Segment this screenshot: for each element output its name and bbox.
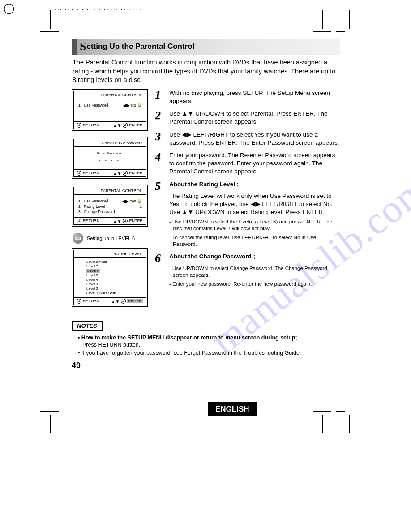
osd-screen-4: RATING LEVEL Level 8 Adult Level 7 Level…: [72, 248, 148, 307]
note-2: • If you have forgotten your password, s…: [78, 349, 340, 356]
osd4-level: Level 3: [86, 282, 146, 287]
lr-arrow-icon: ◀▶: [122, 198, 129, 204]
page-content: S etting Up the Parental Control The Par…: [72, 39, 340, 370]
osd3-r1v: Yes: [130, 199, 136, 203]
osd3-r2n: 2: [78, 204, 84, 209]
step-1: 1 With no disc playing, press SETUP. The…: [155, 89, 340, 105]
crop-mark-bottom-left: [40, 411, 63, 433]
ud-arrow-icon: ▲▼: [113, 219, 122, 224]
osd4-foot-return: RETURN: [83, 299, 100, 303]
osd4-level-selected: Level 6: [86, 269, 100, 273]
ud-arrow-icon: ▲▼: [113, 123, 122, 128]
osd-screen-2: CREATE PASSWORD Enter Password - - - - ↺…: [72, 137, 148, 179]
return-icon: ↺: [77, 171, 81, 176]
osd2-center-label: Enter Password: [74, 147, 146, 158]
osd4-level: Level 4: [86, 278, 146, 282]
osd1-title: PARENTAL CONTROL: [74, 91, 146, 99]
step-6: 6 About the Change Password ; - Use UP/D…: [155, 253, 340, 288]
eg-badge: e.g: [73, 233, 83, 244]
osd3-r2v: 1: [140, 204, 142, 209]
step-2: 2 Use ▲▼ UP/DOWN to select Parental. Pre…: [155, 110, 340, 126]
enter-icon: ↲: [121, 299, 126, 304]
osd-screen-1: PARENTAL CONTROL 1 Use Password ◀▶ No 🔒 …: [72, 89, 148, 131]
osd3-r1l: Use Password: [84, 199, 122, 203]
step-number: 1: [155, 89, 165, 105]
step-number: 6: [155, 253, 165, 288]
osd3-r2l: Rating Level: [84, 204, 140, 209]
step-6-sub2: - Enter your new password. Re-enter the …: [169, 281, 340, 288]
step-5-heading: About the Rating Level ;: [169, 180, 340, 189]
osd2-foot-enter: ENTER: [129, 171, 143, 175]
enter-icon: ↲: [123, 123, 128, 128]
step-5-sub1: - Use UP/DOWN to select the level(e.g.Le…: [169, 219, 340, 232]
crop-mark-top-right-a: [313, 10, 335, 32]
enter-icon: ↲: [123, 171, 128, 176]
note-1-lead: • How to make the SETUP MENU disappear o…: [78, 335, 297, 341]
osd-screen-3: PARENTAL CONTROL 1Use Password◀▶ Yes 🔒 2…: [72, 185, 148, 227]
osd2-foot-return: RETURN: [83, 171, 100, 175]
eg-text: Setting up in LEVEL 6: [87, 236, 135, 241]
osd1-foot-return: RETURN: [83, 123, 100, 127]
note-1: • How to make the SETUP MENU disappear o…: [78, 334, 340, 349]
step-5-sub2: - To cancel the rating level, use LEFT/R…: [169, 234, 340, 248]
step-number: 5: [155, 180, 165, 248]
step-6-sub1: - Use UP/DOWN to select Change Password.…: [169, 265, 340, 279]
lr-arrow-icon: ◀▶: [123, 103, 130, 108]
step-1-text: With no disc playing, press SETUP. The S…: [169, 89, 340, 105]
ud-arrow-icon: ▲▼: [113, 171, 122, 176]
return-icon: ↺: [77, 219, 81, 223]
osd4-level: Level 8 Adult: [86, 260, 146, 264]
notes-label: NOTES: [72, 321, 103, 331]
crop-mark-top-right-b: [339, 10, 362, 32]
ud-arrow-icon: ▲▼: [111, 299, 120, 304]
osd3-title: PARENTAL CONTROL: [74, 187, 146, 195]
osd1-foot-enter: ENTER: [129, 123, 143, 127]
intro-paragraph: The Parental Control function works in c…: [73, 58, 339, 85]
osd2-title: CREATE PASSWORD: [74, 139, 146, 147]
osd4-level: Level 1 Kids Safe: [86, 291, 116, 295]
crop-mark-bottom-right-a: [313, 411, 335, 433]
language-badge: ENGLISH: [208, 402, 257, 416]
steps-column: 1 With no disc playing, press SETUP. The…: [155, 89, 340, 313]
step-5-body: The Rating Level will work only when Use…: [169, 192, 340, 217]
step-2-text: Use ▲▼ UP/DOWN to select Parental. Press…: [169, 110, 340, 126]
step-4: 4 Enter your password. The Re-enter Pass…: [155, 151, 340, 176]
lock-icon: 🔒: [137, 103, 142, 107]
osd4-title: RATING LEVEL: [74, 250, 146, 258]
osd1-row1-num: 1: [78, 103, 84, 107]
osd3-r1n: 1: [78, 199, 84, 203]
page-number: 40: [72, 361, 340, 370]
step-4-text: Enter your password. The Re-enter Passwo…: [169, 151, 340, 176]
heading-dropcap: S: [80, 40, 86, 53]
step-number: 3: [155, 131, 165, 147]
example-label: e.g Setting up in LEVEL 6: [73, 233, 148, 244]
osd1-row1-label: Use Password: [84, 103, 123, 107]
step-3: 3 Use ◀▶ LEFT/RIGHT to select Yes if you…: [155, 131, 340, 147]
enter-icon: ↲: [123, 219, 128, 223]
osd4-level: Level 2: [86, 287, 146, 291]
step-6-heading: About the Change Password ;: [169, 253, 340, 261]
step-3-text: Use ◀▶ LEFT/RIGHT to select Yes if you w…: [169, 131, 340, 147]
note-1-body: Press RETURN button.: [82, 342, 140, 348]
return-icon: ↺: [77, 123, 81, 128]
crop-mark-top-left: [40, 10, 63, 32]
osd3-r3l: Change Password: [84, 210, 142, 214]
osd4-level: Level 5: [86, 273, 146, 278]
top-dot-row: · · ·· ·· · ·· · ·· ·· · · ·· ·· · · ·· …: [51, 7, 154, 12]
return-icon: ↺: [77, 299, 81, 304]
osd3-foot-enter: ENTER: [129, 219, 143, 223]
osd4-level: Level 7: [86, 264, 146, 269]
osd3-foot-return: RETURN: [83, 219, 100, 223]
osd2-password-dashes: - - - -: [74, 158, 146, 166]
step-number: 4: [155, 151, 165, 176]
osd3-r3n: 3: [78, 210, 84, 214]
osd-column: PARENTAL CONTROL 1 Use Password ◀▶ No 🔒 …: [72, 89, 148, 313]
heading-text: etting Up the Parental Control: [86, 42, 194, 51]
osd4-foot-enter: ENTER: [127, 299, 143, 303]
lock-icon: 🔒: [137, 199, 142, 203]
notes-section: NOTES • How to make the SETUP MENU disap…: [72, 321, 340, 357]
osd1-row1-value: No: [131, 103, 136, 107]
section-heading: S etting Up the Parental Control: [72, 39, 340, 55]
step-5: 5 About the Rating Level ; The Rating Le…: [155, 180, 340, 248]
crop-mark-bottom-right-b: [339, 411, 362, 433]
